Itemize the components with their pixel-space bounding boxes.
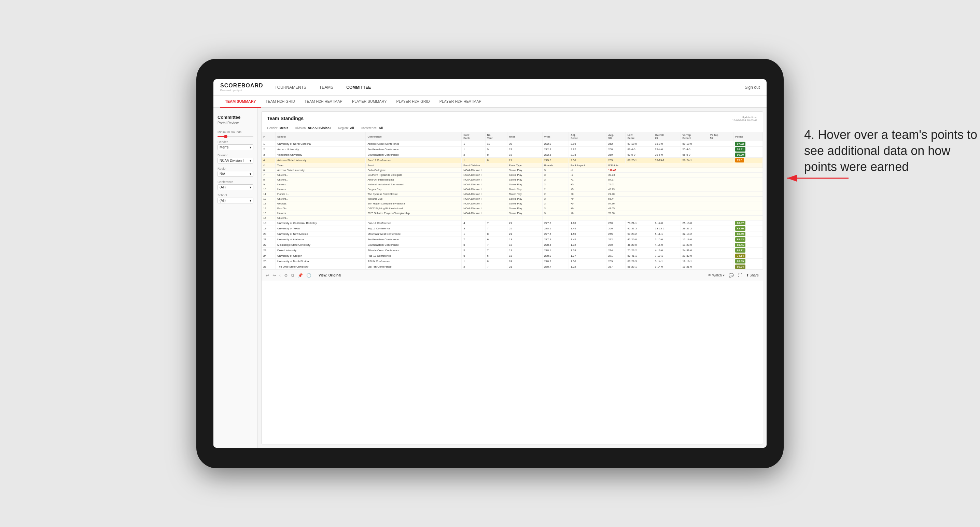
cell-points[interactable]: 83.89 <box>733 259 763 264</box>
region-filter-label: Region <box>218 167 253 170</box>
nav-tournaments[interactable]: TOURNAMENTS <box>274 79 308 95</box>
expanded-row: 13GeorgiaBen Hogan Collegiate Invitation… <box>262 202 763 206</box>
region-filter-display: Region: All <box>338 126 354 130</box>
app-logo: SCOREBOARD <box>220 83 263 89</box>
standings-table: # School Conference ConfRank NoTour Rnds… <box>262 132 763 270</box>
table-row: 20University of New MexicoMountain West … <box>262 232 763 237</box>
nav-teams[interactable]: TEAMS <box>318 79 335 95</box>
view-label[interactable]: View: Original <box>318 273 342 277</box>
nav-back-button[interactable]: ‹ <box>279 273 281 278</box>
expanded-row: 6Arizona State UniversityCalto Collegiat… <box>262 168 763 173</box>
cell-points[interactable]: 83.71 <box>733 248 763 253</box>
cell-low: 67-10-0 <box>625 141 653 147</box>
cell-points[interactable]: 97.02 <box>733 141 763 147</box>
cell-points[interactable]: 93.31 <box>733 147 763 152</box>
report-header: Team Standings Update time: 13/03/2024 1… <box>262 112 763 124</box>
expanded-row: 11Florida I...The Cypress Point ClassicN… <box>262 192 763 197</box>
gender-filter[interactable]: Men's ▾ <box>218 144 253 150</box>
table-row: 22Mississippi State UniversitySoutheaste… <box>262 242 763 248</box>
sub-nav: TEAM SUMMARY TEAM H2H GRID TEAM H2H HEAT… <box>213 95 767 108</box>
col-conference: Conference <box>366 132 462 141</box>
table-row: 3 Vanderbilt University Southeastern Con… <box>262 152 763 158</box>
school-filter[interactable]: (All) ▾ <box>218 198 253 203</box>
cell-no-tour: 10 <box>485 141 507 147</box>
table-row: 18 University of California, Berkeley Pa… <box>262 221 763 226</box>
table-row-arizona-state: 4 Arizona State University Pac-12 Confer… <box>262 158 763 163</box>
col-wins: Wins <box>542 132 568 141</box>
expanded-section-header: # Team Event Event Division Event Type R… <box>262 163 763 168</box>
tab-player-summary[interactable]: PLAYER SUMMARY <box>347 95 392 108</box>
cell-points[interactable]: 83.41 <box>733 242 763 248</box>
table-header-row: # School Conference ConfRank NoTour Rnds… <box>262 132 763 141</box>
pin-button[interactable]: 📌 <box>298 273 303 278</box>
col-low-score: LowScore <box>625 132 653 141</box>
cell-points[interactable]: 83.70 <box>733 226 763 232</box>
min-rounds-slider[interactable] <box>218 136 253 137</box>
copy-button[interactable]: ⧉ <box>291 273 294 278</box>
tablet-frame: SCOREBOARD Powered by clippi TOURNAMENTS… <box>196 59 784 468</box>
cell-points-highlighted[interactable]: 79.5 <box>733 158 763 163</box>
main-content: Committee Portal Review Minimum Rounds G… <box>213 108 767 448</box>
clock-button[interactable]: 🕐 <box>306 273 312 278</box>
division-filter-label: Division <box>218 154 253 157</box>
cell-school: University of North Carolina <box>275 141 366 147</box>
cell-points[interactable]: 88.43 <box>733 237 763 242</box>
col-vs-top: Vs TopRecord <box>681 132 708 141</box>
top-nav: SCOREBOARD Powered by clippi TOURNAMENTS… <box>213 79 767 95</box>
table-row: 23Duke UniversityAtlantic Coast Conferen… <box>262 248 763 253</box>
comment-button[interactable]: 💬 <box>729 273 734 278</box>
redo-button[interactable]: ↪ <box>272 273 276 278</box>
col-points: Points <box>733 132 763 141</box>
sidebar-subtitle: Portal Review <box>218 121 253 125</box>
cell-adj: 2.86 <box>569 141 606 147</box>
cell-points[interactable]: 88.49 <box>733 232 763 237</box>
tablet-screen: SCOREBOARD Powered by clippi TOURNAMENTS… <box>213 79 767 448</box>
col-overall: Overall25 <box>653 132 681 141</box>
annotation-arrow <box>784 168 852 189</box>
fullscreen-button[interactable]: ⛶ <box>738 273 742 278</box>
tab-team-h2h-heatmap[interactable]: TEAM H2H HEATMAP <box>300 95 347 108</box>
col-rnds: Rnds <box>507 132 542 141</box>
tab-team-summary[interactable]: TEAM SUMMARY <box>220 95 261 108</box>
undo-button[interactable]: ↩ <box>266 273 269 278</box>
gender-filter-display: Gender: Men's <box>267 126 288 130</box>
cell-vstop50 <box>708 141 733 147</box>
conference-filter-label: Conference <box>218 180 253 184</box>
cell-vstop: 50-10-0 <box>681 141 708 147</box>
cell-conf: Atlantic Coast Conference <box>366 141 462 147</box>
cell-wins: 272.0 <box>542 141 568 147</box>
watch-button[interactable]: 👁 Watch ▾ <box>708 273 725 277</box>
tab-player-h2h-grid[interactable]: PLAYER H2H GRID <box>392 95 435 108</box>
cell-points[interactable]: 80.94 <box>733 264 763 270</box>
share-button[interactable]: ⬆ Share <box>746 273 759 277</box>
col-no-tour: NoTour <box>485 132 507 141</box>
cell-rank: 1 <box>262 141 275 147</box>
report-title: Team Standings <box>267 116 304 121</box>
cell-points[interactable]: 83.07 <box>733 221 763 226</box>
col-adj-score: Adj.Score <box>569 132 606 141</box>
nav-committee[interactable]: COMMITTEE <box>345 79 372 95</box>
cell-points[interactable]: 90.30 <box>733 152 763 158</box>
tab-team-h2h-grid[interactable]: TEAM H2H GRID <box>261 95 300 108</box>
table-row: 19University of TexasBig 12 Conference 3… <box>262 226 763 232</box>
table-row: 25University of North FloridaASUN Confer… <box>262 259 763 264</box>
expanded-row: 15Univers...2023 Sahalee Players Champio… <box>262 211 763 216</box>
main-nav: TOURNAMENTS TEAMS COMMITTEE <box>274 79 745 95</box>
school-filter-label: School <box>218 194 253 197</box>
bottom-toolbar: ↩ ↪ ‹ ⚙ ⧉ 📌 🕐 View: Original 👁 Watch ▾ 💬… <box>262 270 763 281</box>
toolbar-right: 👁 Watch ▾ 💬 ⛶ ⬆ Share <box>708 273 759 278</box>
col-school: School <box>275 132 366 141</box>
table-row: 26The Ohio State UniversityBig Ten Confe… <box>262 264 763 270</box>
table-row: 2 Auburn University Southeastern Confere… <box>262 147 763 152</box>
conference-filter[interactable]: (All) ▾ <box>218 184 253 190</box>
logo-area: SCOREBOARD Powered by clippi <box>220 83 263 92</box>
table-row: 24University of OregonPac-12 Conference … <box>262 253 763 259</box>
division-filter[interactable]: NCAA Division I ▾ <box>218 158 253 163</box>
sign-out-button[interactable]: Sign out <box>745 85 760 90</box>
cell-points[interactable]: 74.54 <box>733 253 763 259</box>
tab-player-h2h-heatmap[interactable]: PLAYER H2H HEATMAP <box>435 95 486 108</box>
region-filter[interactable]: N/A ▾ <box>218 171 253 177</box>
report-filters: Gender: Men's Division: NCAA Division I … <box>262 124 763 132</box>
settings-button[interactable]: ⚙ <box>284 273 288 278</box>
cell-overall: 13-9-0 <box>653 141 681 147</box>
